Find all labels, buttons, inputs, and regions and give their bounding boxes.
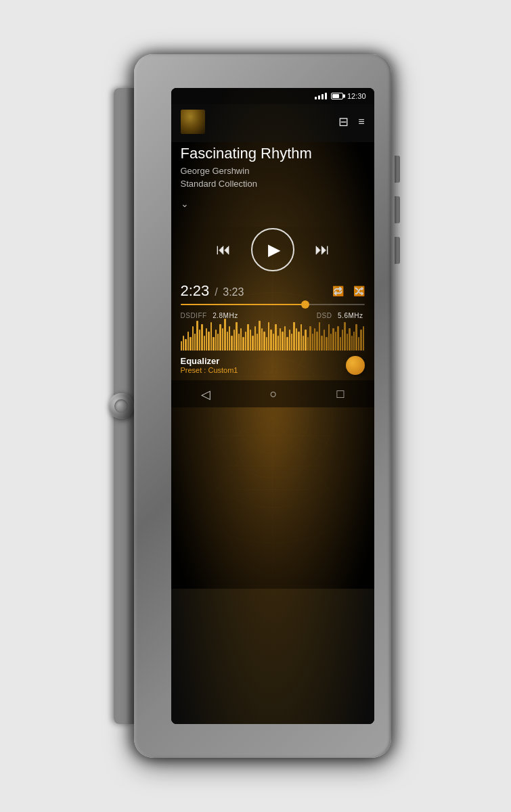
eq-preset: Preset : Custom1 bbox=[181, 366, 238, 374]
device-left-side: HIGH-RESOLUTION AUDIO PLAYER bbox=[114, 88, 134, 724]
waveform-bar bbox=[196, 321, 198, 351]
waveform-bar bbox=[227, 332, 228, 351]
song-title: Fascinating Rhythm bbox=[181, 145, 365, 162]
progress-track[interactable] bbox=[181, 304, 365, 305]
waveform-bar bbox=[192, 326, 194, 351]
progress-thumb bbox=[301, 300, 309, 309]
current-time: 2:23 bbox=[181, 282, 210, 299]
waveform-bar bbox=[222, 328, 223, 351]
waveform-bar bbox=[263, 332, 265, 351]
signal-indicator bbox=[315, 93, 327, 99]
waveform-bar bbox=[326, 337, 327, 351]
waveform-bar bbox=[303, 336, 304, 351]
equalizer-row: Equalizer Preset : Custom1 bbox=[171, 355, 374, 380]
waveform-bar bbox=[194, 334, 196, 351]
battery-indicator bbox=[331, 93, 343, 99]
next-button[interactable]: ⏭ bbox=[315, 241, 330, 258]
playback-controls: ⏮ ▶ ⏭ bbox=[171, 215, 374, 282]
song-info: Fascinating Rhythm George Gershwin Stand… bbox=[171, 139, 374, 193]
waveform-bar bbox=[349, 328, 350, 351]
waveform-bar bbox=[234, 330, 235, 351]
waveform-bar bbox=[183, 336, 184, 351]
waveform-bar bbox=[219, 324, 221, 351]
waveform-bar bbox=[213, 337, 214, 351]
waveform-bar bbox=[240, 328, 242, 351]
waveform-bar bbox=[236, 322, 237, 351]
menu-icon[interactable]: ≡ bbox=[358, 116, 364, 128]
status-bar: 12:30 bbox=[171, 88, 374, 104]
waveform-bar bbox=[259, 321, 260, 351]
right-button-3[interactable] bbox=[395, 237, 400, 264]
waveform-container bbox=[171, 321, 374, 355]
progress-bar-container[interactable] bbox=[171, 304, 374, 309]
waveform-bar bbox=[314, 328, 315, 351]
shuffle-icon[interactable]: 🔀 bbox=[353, 286, 365, 296]
waveform-bar bbox=[355, 324, 357, 351]
waveform-bar bbox=[208, 332, 209, 351]
waveform-bar bbox=[353, 332, 355, 351]
waveform-bar bbox=[307, 337, 309, 351]
eq-knob[interactable] bbox=[346, 356, 365, 375]
repeat-icon[interactable]: 🔁 bbox=[332, 286, 344, 296]
format-row: DSDIFF 2.8MHz DSD 5.6MHz bbox=[171, 309, 374, 321]
nav-home-button[interactable]: ○ bbox=[270, 387, 277, 401]
time-display: 2:23 / 3:23 bbox=[181, 282, 244, 300]
waveform-bar bbox=[181, 341, 182, 351]
waveform-bar bbox=[238, 334, 240, 351]
eq-preset-label: Preset : bbox=[181, 366, 206, 374]
waveform-bar bbox=[268, 322, 269, 351]
waveform-bar bbox=[247, 324, 248, 351]
album-thumbnail[interactable] bbox=[181, 110, 205, 134]
waveform-bar bbox=[305, 330, 306, 351]
waveform-bar bbox=[351, 336, 353, 351]
navigation-bar: ◁ ○ □ bbox=[171, 380, 374, 407]
nav-back-button[interactable]: ◁ bbox=[201, 387, 210, 402]
top-bar: ⊟ ≡ bbox=[171, 104, 374, 139]
progress-fill bbox=[181, 304, 306, 305]
waveform-bar bbox=[342, 330, 343, 351]
signal-bar-3 bbox=[321, 94, 324, 99]
waveform-bar bbox=[185, 339, 186, 351]
waveform-bar bbox=[280, 328, 281, 351]
waveform-bar bbox=[332, 328, 334, 351]
nav-recent-button[interactable]: □ bbox=[337, 387, 345, 401]
right-button-1[interactable] bbox=[395, 156, 400, 183]
volume-knob[interactable] bbox=[108, 393, 134, 419]
right-button-2[interactable] bbox=[395, 196, 400, 223]
format-left-label: DSDIFF bbox=[181, 312, 207, 319]
play-pause-button[interactable]: ▶ bbox=[251, 228, 294, 271]
device: HIGH-RESOLUTION AUDIO PLAYER bbox=[114, 34, 398, 778]
waveform-bar bbox=[210, 322, 212, 351]
waveform-bar bbox=[316, 332, 317, 351]
edit-icon[interactable]: ⊟ bbox=[338, 114, 349, 129]
waveform-bar bbox=[286, 337, 288, 351]
waveform-bar bbox=[254, 326, 256, 351]
waveform-bar bbox=[358, 337, 359, 351]
waveform-bar bbox=[231, 336, 232, 351]
waveform-bar bbox=[217, 334, 219, 351]
waveform-bar bbox=[360, 330, 361, 351]
device-body: 12:30 ⊟ ≡ Fascinating Rhythm George Gers… bbox=[134, 54, 391, 758]
waveform-bar bbox=[284, 326, 286, 351]
waveform-bar bbox=[330, 334, 332, 351]
waveform-bar bbox=[252, 336, 253, 351]
waveform-bar bbox=[245, 332, 246, 351]
waveform-bar bbox=[270, 330, 271, 351]
signal-bar-4 bbox=[325, 93, 327, 99]
status-time: 12:30 bbox=[347, 92, 366, 100]
waveform-bar bbox=[229, 326, 230, 351]
waveform-bar bbox=[363, 326, 364, 351]
waveform-bar bbox=[215, 330, 217, 351]
screen-bezel: 12:30 ⊟ ≡ Fascinating Rhythm George Gers… bbox=[171, 88, 374, 724]
waveform-bar bbox=[293, 322, 294, 351]
waveform-bar bbox=[199, 330, 200, 351]
waveform-bar bbox=[301, 324, 302, 351]
waveform-bar bbox=[312, 334, 313, 351]
chevron-down[interactable]: ⌄ bbox=[171, 193, 374, 215]
time-separator: / bbox=[215, 286, 221, 298]
battery-fill bbox=[332, 94, 340, 98]
waveform-bar bbox=[340, 337, 341, 351]
battery-icon bbox=[331, 93, 343, 99]
waveform-bar bbox=[337, 326, 338, 351]
previous-button[interactable]: ⏮ bbox=[216, 241, 231, 258]
